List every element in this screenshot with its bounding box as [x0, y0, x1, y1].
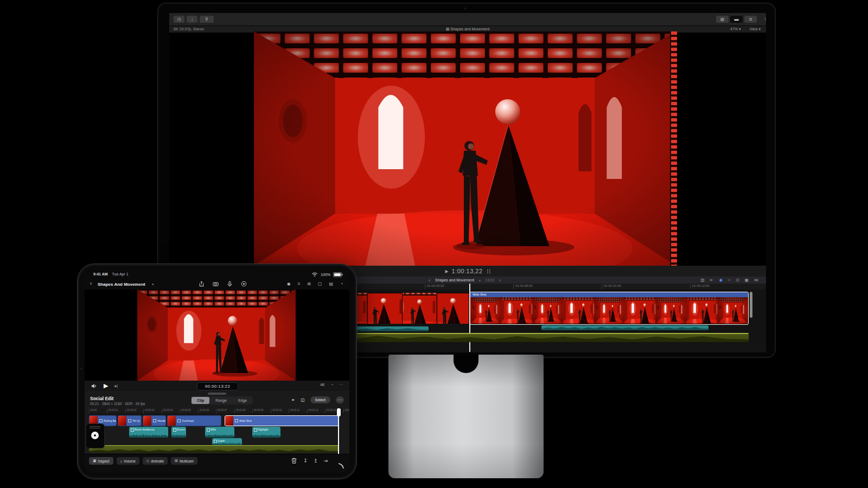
skimming-icon[interactable]: ≡: [298, 281, 301, 286]
record-icon[interactable]: [241, 281, 247, 287]
media-import-button[interactable]: ◷: [174, 16, 184, 23]
capture-icon[interactable]: [213, 281, 219, 287]
edit-mode-segmented-control: Clip Range Edge: [191, 396, 253, 404]
back-button[interactable]: ‹: [90, 280, 92, 286]
download-button[interactable]: ↓: [187, 16, 197, 23]
tools-icon[interactable]: +: [728, 278, 731, 282]
filmstrip-view-button[interactable]: ▬: [730, 16, 743, 23]
video-clip-overhead[interactable]: Overhead: [167, 415, 221, 426]
ipad-timeline-panel: Social Edit 00:21 · 3840 × 2160 · SDR · …: [85, 391, 349, 473]
timeline-project-title: Social Edit: [90, 396, 113, 401]
clip-thumbnail: [143, 416, 151, 426]
audio-clip-room-ambience[interactable]: Room Ambience: [129, 427, 168, 438]
battery-percent: 100%: [321, 273, 330, 277]
speaker-icon[interactable]: [91, 383, 97, 389]
connected-audio-clip[interactable]: [541, 325, 709, 330]
viewer-zoom-icon[interactable]: ◔: [331, 383, 333, 387]
play-icon[interactable]: ▶: [445, 269, 448, 274]
viewer-options-icon[interactable]: ▢: [318, 281, 322, 286]
view-dropdown[interactable]: View ▾: [749, 27, 761, 31]
grid-view-icon: ▦: [720, 17, 725, 22]
mode-range[interactable]: Range: [210, 397, 232, 404]
battery-icon: [333, 272, 342, 277]
timeline-forward-button[interactable]: ›: [499, 278, 501, 283]
more-button[interactable]: ⋯: [336, 396, 344, 403]
position-tool-icon[interactable]: ◆: [719, 278, 723, 282]
ruler-tick: 00:00:09: [252, 409, 264, 413]
audio-clip-crash[interactable]: Crash: [212, 438, 242, 446]
snapping-icon[interactable]: ⊞: [307, 281, 311, 286]
ipad-viewer-video[interactable]: [137, 290, 296, 381]
music-track-clip[interactable]: ♪: [89, 445, 339, 453]
track-header-control[interactable]: [86, 423, 105, 448]
timeline-duration: 13:23: [486, 278, 494, 282]
clip-icon: ▤: [446, 27, 450, 31]
ruler-tick: 00:00:11: [289, 409, 299, 413]
video-clip-tilt-up[interactable]: Tilt Up: [118, 415, 142, 426]
timeline-index-icon[interactable]: ▥: [700, 278, 705, 282]
ipad-device: 9:41 AM Tue Apr 1 100% ‹ Shapes And Move…: [77, 264, 357, 479]
audio-clip-highlight[interactable]: Highlight: [252, 427, 280, 438]
multicam-button[interactable]: ⊞ Multicam: [171, 457, 197, 465]
grid-view-button[interactable]: ▦: [716, 16, 729, 23]
ruler-tick: 01:00:10:00: [602, 284, 621, 289]
jog-wheel-icon[interactable]: ◉: [287, 281, 291, 286]
append-icon[interactable]: ⇥: [323, 458, 328, 464]
more-icon[interactable]: ◔: [340, 281, 343, 286]
mic-icon[interactable]: [227, 281, 233, 287]
overwrite-icon[interactable]: ↧: [303, 458, 308, 464]
connect-icon[interactable]: ↥: [314, 458, 318, 464]
more-icon[interactable]: ⋯: [339, 382, 343, 387]
share-button[interactable]: ⇧: [760, 16, 766, 23]
selected-video-clip[interactable]: Wide Shot: [470, 292, 749, 325]
timeline-project-meta: 00:21 · 3840 × 2160 · SDR · 24 fps: [90, 402, 145, 406]
track-dial-icon[interactable]: [91, 432, 99, 439]
timeline-back-button[interactable]: ‹: [429, 278, 430, 283]
animate-icon: ◇: [146, 459, 149, 463]
audio-clip-drums[interactable]: Drums: [171, 427, 186, 438]
status-date: Tue Apr 1: [112, 272, 129, 276]
list-view-button[interactable]: ≣: [744, 16, 757, 23]
project-title[interactable]: Shapes And Movement: [98, 282, 145, 287]
keywords-button[interactable]: ⚲: [200, 16, 214, 23]
video-clip-wide-shot[interactable]: Wide Shot: [225, 415, 339, 426]
link-clips-icon[interactable]: ⚭: [291, 397, 295, 403]
animate-button[interactable]: ◇ Animate: [143, 457, 168, 465]
clip-thumbnail: [225, 416, 233, 426]
clip-appearance-icon[interactable]: ⋈: [754, 278, 758, 282]
volume-button[interactable]: ♪ Volume: [117, 457, 139, 465]
browser-icon[interactable]: ▤: [329, 281, 334, 286]
ruler-tick: 00:00:13: [325, 409, 336, 413]
video-clip-handle[interactable]: Handle: [143, 415, 166, 426]
timeline-project-title[interactable]: Shapes and Movement: [435, 278, 474, 282]
trim-tool-icon[interactable]: ⇤: [710, 278, 714, 282]
zoom-dropdown[interactable]: 47% ▾: [730, 27, 741, 31]
mode-edge[interactable]: Edge: [233, 397, 252, 404]
panel-drag-handle[interactable]: [208, 393, 226, 395]
audio-meters-icon[interactable]: [486, 266, 490, 276]
playhead-handle[interactable]: [337, 408, 341, 416]
timecode-display: 1:00:13,22: [452, 268, 483, 274]
inspect-button[interactable]: ▣ Inspect: [89, 457, 113, 465]
select-button[interactable]: Select: [310, 396, 330, 403]
ruler-tick: 01:00:12:00: [690, 284, 710, 289]
viewer-video[interactable]: [254, 31, 676, 266]
delete-icon[interactable]: [291, 457, 297, 464]
wifi-icon: [311, 272, 318, 278]
timeline-scrollbar[interactable]: [750, 292, 752, 318]
step-forward-icon[interactable]: ▸|: [114, 384, 117, 388]
timeline-ruler[interactable]: 00:00 00:00:01 00:00:02 00:00:03 00:00:0…: [89, 408, 346, 414]
play-button[interactable]: ▶: [104, 382, 108, 389]
timecode-display[interactable]: 00:00:13:22: [197, 382, 238, 390]
resize-corner-icon[interactable]: [338, 463, 344, 469]
media-import-icon: ◷: [177, 17, 181, 22]
overlay-view-icon[interactable]: ⊡: [301, 397, 305, 403]
quality-badge[interactable]: 4K: [320, 383, 325, 387]
volume-icon: ♪: [120, 459, 123, 463]
mode-clip[interactable]: Clip: [192, 397, 209, 404]
snapping-icon[interactable]: ▣: [744, 278, 749, 282]
share-icon[interactable]: [199, 281, 205, 287]
audio-clip-whir[interactable]: Whir: [205, 427, 234, 438]
audio-monitor-icon[interactable]: Ω: [736, 278, 739, 282]
clip-name-label: Wide Shot: [470, 292, 748, 297]
